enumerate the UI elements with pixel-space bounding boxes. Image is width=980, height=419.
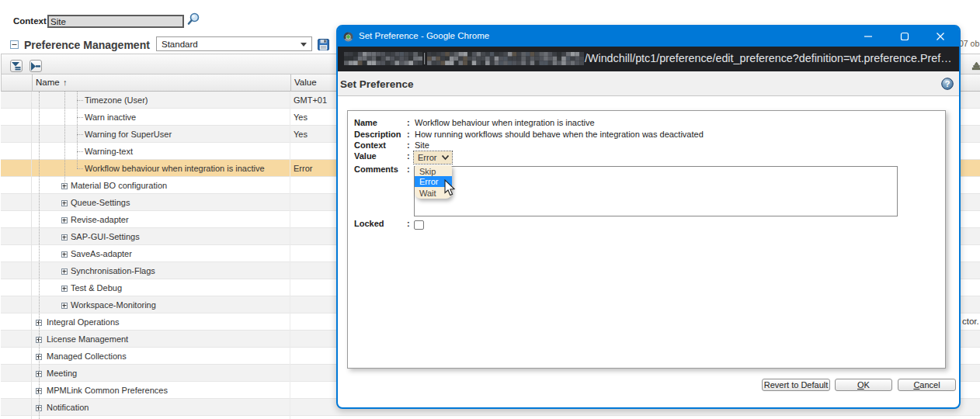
- svg-text:?: ?: [945, 79, 950, 88]
